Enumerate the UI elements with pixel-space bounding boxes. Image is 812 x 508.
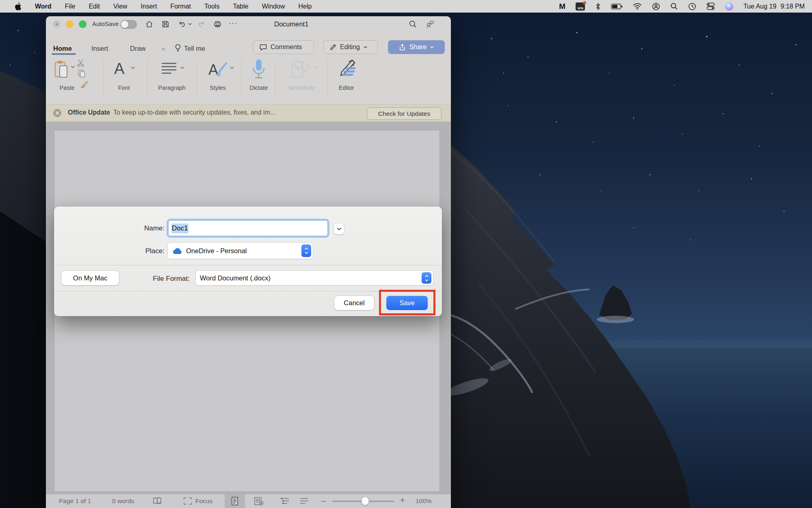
menu-item-help[interactable]: Help <box>299 3 312 10</box>
menu-item-format[interactable]: Format <box>170 3 191 10</box>
lightbulb-icon <box>174 43 182 53</box>
more-icon[interactable]: ··· <box>229 19 238 28</box>
copy-button[interactable] <box>78 69 86 78</box>
paragraph-chevron-icon[interactable] <box>180 66 185 69</box>
close-button[interactable] <box>53 20 61 28</box>
styles-button[interactable]: A <box>208 60 229 79</box>
dictate-button[interactable] <box>251 59 266 80</box>
paragraph-button[interactable] <box>160 62 178 76</box>
battery-icon[interactable] <box>611 2 623 11</box>
pencil-icon <box>329 43 337 51</box>
share-button[interactable]: Share <box>388 40 445 54</box>
web-layout-view-button[interactable] <box>254 497 264 506</box>
file-format-select[interactable]: Word Document (.docx) <box>196 271 433 285</box>
proofing-icon[interactable] <box>152 497 163 506</box>
focus-icon[interactable] <box>183 497 192 505</box>
comment-icon <box>259 43 267 51</box>
clipboard-icon <box>54 60 69 79</box>
undo-icon[interactable] <box>178 20 186 28</box>
office-update-banner: Office Update To keep up-to-date with se… <box>46 104 451 122</box>
editor-button[interactable] <box>337 59 358 80</box>
autosave-toggle[interactable] <box>120 20 137 29</box>
styles-chevron-icon[interactable] <box>230 66 234 69</box>
place-select[interactable]: OneDrive - Personal <box>168 243 313 259</box>
ribbon-group-label[interactable]: Paste <box>43 85 91 91</box>
save-icon[interactable] <box>161 20 170 28</box>
tab-insert[interactable]: Insert <box>91 45 108 52</box>
tab-home[interactable]: Home <box>53 45 72 52</box>
font-button[interactable]: A <box>114 61 124 76</box>
menu-item-edit[interactable]: Edit <box>89 3 100 10</box>
save-dialog: Name: Doc1 Place: OneDrive - Personal On… <box>54 206 442 316</box>
spotlight-icon[interactable] <box>670 2 678 11</box>
home-icon[interactable] <box>145 20 154 28</box>
place-stepper[interactable] <box>301 245 311 257</box>
chevron-down-icon <box>363 46 368 49</box>
menu-item-file[interactable]: File <box>65 3 76 10</box>
tell-me-label[interactable]: Tell me <box>184 45 205 52</box>
desktop: Word File Edit View Insert Format Tools … <box>0 0 812 508</box>
paste-button[interactable] <box>54 60 69 79</box>
menu-bar: Word File Edit View Insert Format Tools … <box>0 0 812 13</box>
sensitivity-chevron-icon <box>313 65 318 69</box>
name-dropdown-button[interactable] <box>334 224 344 234</box>
menu-item-insert[interactable]: Insert <box>141 3 157 10</box>
malwarebytes-icon[interactable]: M <box>559 2 565 11</box>
focus-label[interactable]: Focus <box>195 497 212 505</box>
undo-chevron-icon[interactable] <box>188 22 192 26</box>
menu-item-view[interactable]: View <box>113 3 127 10</box>
presence-icon[interactable] <box>425 20 435 29</box>
tab-draw[interactable]: Draw <box>130 45 146 52</box>
annotation-red-box <box>379 290 435 315</box>
font-chevron-icon[interactable] <box>130 66 135 69</box>
banner-close-icon[interactable] <box>53 109 61 117</box>
vpn-icon[interactable]: VPN <box>576 2 585 11</box>
bluetooth-icon[interactable] <box>595 2 601 11</box>
print-layout-view-button[interactable] <box>225 494 245 508</box>
outline-view-button[interactable] <box>281 497 290 505</box>
microphone-icon <box>251 59 266 80</box>
cut-button[interactable] <box>77 59 86 67</box>
zoom-out-button[interactable]: – <box>321 496 326 506</box>
page-count[interactable]: Page 1 of 1 <box>59 497 91 505</box>
chevron-down-icon <box>337 227 342 231</box>
minimize-button[interactable] <box>66 20 74 28</box>
menu-clock-date[interactable]: Tue Aug 19 <box>743 3 776 10</box>
banner-message: To keep up-to-date with security updates… <box>113 109 275 116</box>
ribbon-tab-row: Home Insert Draw » Tell me Comments Edit… <box>46 32 451 55</box>
apple-menu[interactable] <box>15 2 22 11</box>
apple-icon <box>15 2 22 11</box>
svg-text:A: A <box>208 61 218 78</box>
wifi-icon[interactable] <box>633 2 642 11</box>
search-icon[interactable] <box>409 20 417 28</box>
place-label: Place: <box>104 247 165 255</box>
control-center-icon[interactable] <box>706 2 715 11</box>
share-icon <box>398 43 406 51</box>
check-for-updates-button[interactable]: Check for Updates <box>367 107 442 120</box>
file-format-label: File Format: <box>129 275 190 283</box>
time-machine-icon[interactable] <box>688 2 696 11</box>
menu-item-table[interactable]: Table <box>233 3 248 10</box>
siri-icon[interactable] <box>725 2 733 11</box>
cancel-button[interactable]: Cancel <box>334 296 374 310</box>
on-my-mac-button[interactable]: On My Mac <box>61 271 119 285</box>
zoom-button[interactable] <box>79 20 87 28</box>
draft-view-button[interactable] <box>299 497 309 505</box>
zoom-slider-thumb[interactable] <box>362 497 369 505</box>
word-count[interactable]: 0 words <box>112 497 134 505</box>
menu-item-tools[interactable]: Tools <box>204 3 219 10</box>
menu-clock-time: 9:18 PM <box>780 3 805 10</box>
paste-chevron-icon[interactable] <box>70 65 75 69</box>
menu-item-window[interactable]: Window <box>262 3 285 10</box>
zoom-in-button[interactable]: + <box>400 496 405 505</box>
tab-overflow-chevron[interactable]: » <box>161 45 165 52</box>
menu-item-word[interactable]: Word <box>35 3 52 10</box>
name-input[interactable]: Doc1 <box>168 220 328 237</box>
sensitivity-button <box>290 59 312 80</box>
editing-button[interactable]: Editing <box>323 40 378 54</box>
account-icon[interactable] <box>652 2 660 11</box>
print-icon[interactable] <box>213 20 222 28</box>
file-format-stepper[interactable] <box>422 272 431 284</box>
comments-button[interactable]: Comments <box>253 40 314 54</box>
zoom-percent[interactable]: 100% <box>416 497 432 505</box>
